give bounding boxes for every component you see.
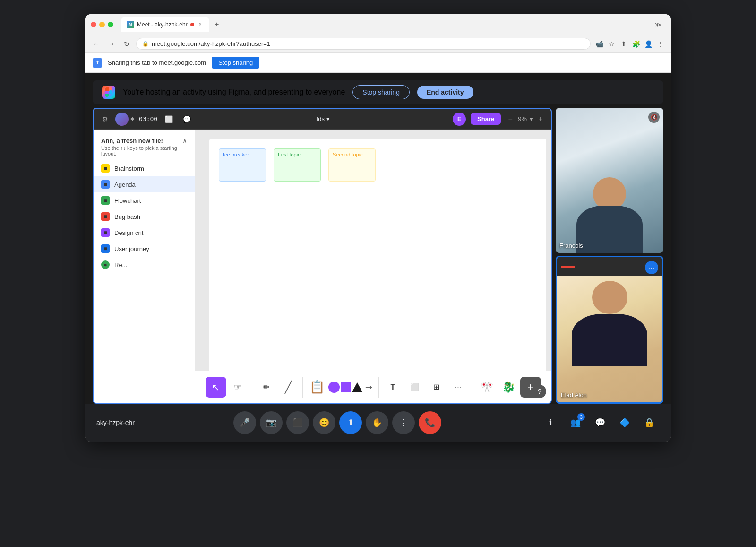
end-call-button[interactable]: 📞	[419, 411, 441, 434]
activity-bar: You're hosting an activity using Figma, …	[93, 80, 663, 104]
figma-current-user: E	[453, 113, 466, 126]
more-tools[interactable]: ···	[448, 377, 469, 398]
figma-view-toggle[interactable]: ⬜	[162, 113, 175, 126]
sidebar-item-userjourney[interactable]: ■ User journey	[94, 241, 195, 257]
minimize-traffic-light[interactable]	[99, 22, 105, 27]
help-button[interactable]: ?	[533, 385, 546, 398]
sidebar-item-flowchart[interactable]: ■ Flowchart	[94, 192, 195, 208]
tab-favicon: M	[127, 21, 134, 28]
sticker-tool-2[interactable]: 🐉	[498, 377, 519, 398]
sidebar-title: Ann, a fresh new file!	[101, 137, 182, 144]
share-icon[interactable]: ⬆	[619, 39, 628, 49]
francois-video-bg	[556, 108, 663, 253]
select-tools-group: ↖ ☞	[202, 377, 252, 398]
userjourney-icon: ■	[101, 244, 110, 253]
meet-controls: aky-hzpk-ehr 🎤 📷 ⬛ 😊 ⬆ ✋ ⋮ 📞 ℹ 👥 3 💬 🔷	[85, 404, 671, 442]
present-button[interactable]: ⬆	[339, 411, 362, 434]
sidebar-close-button[interactable]: ∧	[182, 137, 187, 145]
profile-icon[interactable]: 👤	[644, 39, 653, 49]
activities-button[interactable]: 🔷	[614, 412, 635, 433]
chat-button[interactable]: 💬	[590, 412, 610, 433]
info-button[interactable]: ℹ	[541, 412, 561, 433]
table-tool[interactable]: ⊞	[426, 377, 447, 398]
canvas-inner: Ice breaker First topic Second topic	[209, 139, 546, 398]
back-button[interactable]: ←	[91, 38, 102, 50]
francois-body	[576, 206, 643, 253]
figma-comment-tool[interactable]: 💬	[180, 113, 193, 126]
figma-cursor-indicator: ✱	[130, 116, 134, 122]
nav-controls: ← → ↻ 🔒 meet.google.com/aky-hzpk-ehr?aut…	[85, 35, 671, 53]
elad-body	[572, 314, 647, 366]
elad-more-button[interactable]: ···	[645, 261, 658, 274]
end-activity-button[interactable]: End activity	[417, 86, 473, 99]
rect-shape-tool[interactable]	[341, 382, 351, 392]
cast-icon[interactable]: 📹	[594, 39, 604, 49]
more-options-button[interactable]: ⋮	[392, 411, 415, 434]
figma-body: Ann, a fresh new file! Use the ↑↓ keys t…	[94, 130, 551, 403]
people-badge: 3	[577, 413, 585, 421]
browser-stop-sharing-button[interactable]: Stop sharing	[212, 57, 259, 69]
safety-button[interactable]: 🔒	[639, 412, 660, 433]
sidebar-item-brainstorm[interactable]: ■ Brainstorm	[94, 160, 195, 176]
video-panel: Francois 🔇 Elad Alon	[556, 108, 663, 404]
figma-filename-text: fds	[317, 115, 325, 122]
sticky-tools-group: 📋 ↗	[303, 377, 379, 398]
marker-tool[interactable]: ╱	[278, 377, 299, 398]
sidebar-item-bugbash[interactable]: ■ Bug bash	[94, 208, 195, 225]
bookmark-icon[interactable]: ☆	[607, 39, 616, 49]
sidebar-item-agenda[interactable]: ■ Agenda	[94, 176, 195, 192]
extensions-icon[interactable]: 🧩	[631, 39, 641, 49]
sidebar-label-recording: Re...	[114, 261, 127, 269]
sidebar-item-recording[interactable]: ● Re...	[94, 257, 195, 273]
sidebar-item-designcrit[interactable]: ■ Design crit	[94, 225, 195, 241]
active-tab[interactable]: M Meet - aky-hzpk-ehr ×	[121, 17, 209, 32]
tab-bar: M Meet - aky-hzpk-ehr × +	[121, 17, 647, 32]
zoom-level: 9%	[518, 115, 527, 122]
text-tool[interactable]: T	[383, 377, 404, 398]
circle-shape-tool[interactable]	[328, 382, 340, 393]
figma-zoom-controls: − 9% ▾ +	[506, 114, 545, 124]
agenda-icon: ■	[101, 180, 110, 189]
browser-toolbar-icons: 📹 ☆ ⬆ 🧩 👤 ⋮	[594, 39, 665, 49]
camera-button[interactable]: 📷	[260, 411, 283, 434]
refresh-button[interactable]: ↻	[121, 38, 132, 50]
pencil-tool[interactable]: ✏	[256, 377, 277, 398]
window-controls[interactable]: ≫	[651, 21, 665, 28]
hand-tool[interactable]: ☞	[227, 377, 248, 398]
sticker-tool-1[interactable]: 🎌	[477, 377, 498, 398]
stop-sharing-meet-button[interactable]: Stop sharing	[352, 85, 410, 99]
sidebar-header: Ann, a fresh new file! Use the ↑↓ keys t…	[94, 135, 195, 160]
emoji-button[interactable]: 😊	[313, 411, 335, 434]
address-bar[interactable]: 🔒 meet.google.com/aky-hzpk-ehr?authuser=…	[136, 38, 591, 50]
new-tab-button[interactable]: +	[211, 19, 223, 30]
arrow-tool[interactable]: ↗	[361, 379, 377, 395]
sidebar-label-brainstorm: Brainstorm	[114, 165, 144, 172]
zoom-out-button[interactable]: −	[506, 114, 515, 124]
figma-share-button[interactable]: Share	[471, 113, 501, 125]
zoom-in-button[interactable]: +	[536, 114, 545, 124]
francois-figure	[576, 177, 643, 253]
forward-button[interactable]: →	[106, 38, 117, 50]
people-button[interactable]: 👥 3	[565, 412, 586, 433]
maximize-traffic-light[interactable]	[108, 22, 113, 27]
figma-toolbar: ⚙ ✱ 03:00 ⬜ 💬 fds ▾ E Share − 9%	[94, 109, 551, 130]
sticky-note-label: First topic	[278, 152, 301, 157]
figma-canvas[interactable]: Grid: 1px Ice breaker First topic	[195, 130, 551, 403]
frame-tool[interactable]: ⬜	[404, 377, 425, 398]
select-tool[interactable]: ↖	[206, 377, 226, 398]
close-traffic-light[interactable]	[91, 22, 96, 27]
sticky-note-tool[interactable]: 📋	[307, 377, 327, 398]
figma-timer: 03:00	[139, 115, 157, 122]
figma-icon	[102, 86, 115, 99]
tab-close-button[interactable]: ×	[197, 21, 204, 28]
raise-hand-button[interactable]: ✋	[366, 411, 388, 434]
sidebar-label-agenda: Agenda	[114, 181, 136, 188]
figma-sidebar: Ann, a fresh new file! Use the ↑↓ keys t…	[94, 130, 195, 403]
captions-button[interactable]: ⬛	[286, 411, 309, 434]
microphone-button[interactable]: 🎤	[233, 411, 256, 434]
figma-menu-button[interactable]: ⚙	[99, 113, 111, 125]
figma-filename: fds ▾	[198, 115, 448, 122]
lock-icon: 🔒	[142, 41, 149, 47]
francois-name-label: Francois	[559, 242, 583, 249]
more-options-icon[interactable]: ⋮	[656, 39, 665, 49]
